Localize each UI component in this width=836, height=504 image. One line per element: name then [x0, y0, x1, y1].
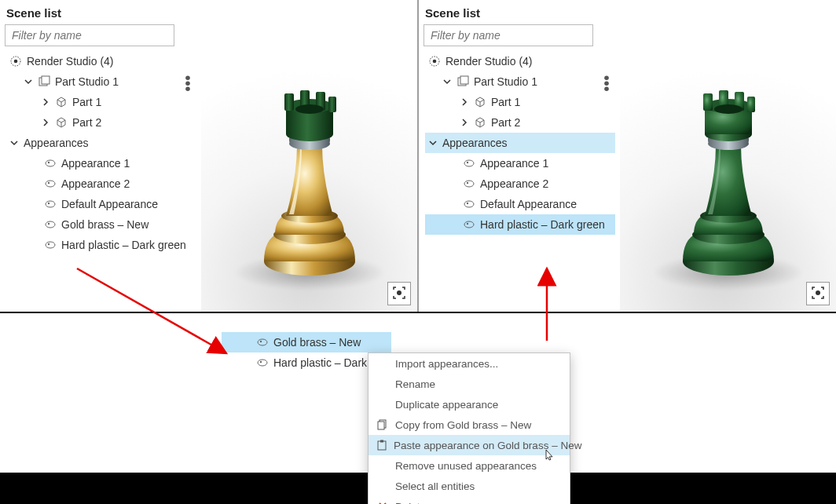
tree-part-studio[interactable]: Part Studio 1 — [425, 71, 615, 92]
tree-label: Part 2 — [491, 116, 612, 129]
svg-rect-45 — [460, 76, 468, 84]
part-icon — [55, 96, 68, 108]
tree-label: Appearance 2 — [61, 177, 193, 190]
appearance-icon — [44, 157, 57, 170]
tree-root-label: Render Studio (4) — [446, 55, 612, 68]
bottom-area: Gold brass – New Hard plastic – Dark Imp… — [0, 313, 836, 504]
tree-appearance[interactable]: Default Appearance — [425, 194, 615, 214]
chevron-right-icon[interactable] — [41, 118, 50, 127]
appearance-icon — [256, 356, 269, 369]
tree-root[interactable]: Render Studio (4) — [425, 51, 615, 71]
tree-label: Part 2 — [72, 116, 193, 129]
panel-after: Scene list Render Studio (4) — [419, 0, 836, 312]
menu-import-appearances[interactable]: Import appearances... — [368, 353, 570, 374]
viewport-right[interactable] — [620, 0, 836, 312]
svg-rect-67 — [747, 97, 755, 112]
svg-point-54 — [467, 203, 468, 204]
chevron-right-icon[interactable] — [41, 97, 50, 107]
tree-appearance[interactable]: Appearance 1 — [6, 153, 196, 173]
menu-rename[interactable]: Rename — [368, 374, 570, 394]
tree-part-studio[interactable]: Part Studio 1 — [6, 71, 196, 92]
frame-icon — [391, 285, 407, 303]
tree-part[interactable]: Part 2 — [425, 112, 615, 133]
tree-label: Appearance 1 — [61, 157, 193, 170]
tree-appearance-gold[interactable]: Gold brass – New — [6, 214, 196, 235]
tree-appearance[interactable]: Appearance 1 — [425, 153, 615, 173]
svg-rect-64 — [703, 93, 713, 111]
filter-input[interactable] — [5, 24, 174, 46]
tree-label: Appearance 2 — [480, 177, 612, 190]
appearance-icon — [463, 198, 475, 210]
viewport-left[interactable] — [201, 0, 417, 312]
svg-point-50 — [467, 162, 468, 163]
pin-icon[interactable] — [601, 75, 612, 89]
delete-icon — [376, 500, 389, 504]
list-view-button[interactable] — [598, 27, 615, 44]
menu-copy-from[interactable]: Copy from Gold brass – New — [368, 415, 570, 435]
svg-point-68 — [714, 104, 742, 114]
svg-point-20 — [48, 223, 50, 225]
tree-appearances-group[interactable]: Appearances — [6, 133, 196, 153]
menu-paste-appearance[interactable]: Paste appearance on Gold brass – New — [368, 435, 570, 455]
tree-part[interactable]: Part 2 — [6, 112, 196, 133]
svg-point-14 — [48, 162, 50, 163]
svg-point-16 — [48, 182, 50, 184]
tree-root[interactable]: Render Studio (4) — [6, 51, 196, 71]
tree-part[interactable]: Part 1 — [425, 92, 615, 112]
appearance-icon — [44, 218, 57, 231]
svg-point-46 — [604, 75, 609, 80]
chevron-down-icon[interactable] — [24, 77, 33, 86]
menu-remove-unused[interactable]: Remove unused appearances — [368, 455, 570, 476]
scene-list-left: Scene list Render Studio (4) — [0, 0, 201, 312]
tree-appearance-gold-selected[interactable]: Gold brass – New — [222, 332, 391, 352]
menu-delete[interactable]: Delete — [368, 496, 570, 504]
part-studio-icon — [456, 75, 469, 88]
tree-label: Appearances — [442, 137, 612, 149]
appearance-icon — [44, 177, 57, 190]
tree-part[interactable]: Part 1 — [6, 92, 196, 112]
svg-point-53 — [464, 201, 474, 207]
tree-appearance[interactable]: Appearance 2 — [425, 173, 615, 194]
tree-appearance-green[interactable]: Hard plastic – Dark green — [6, 235, 196, 255]
scene-tree: Render Studio (4) Part Studio 1 Part 1 — [5, 51, 196, 255]
render-studio-icon — [428, 55, 441, 68]
frame-selection-button[interactable] — [806, 282, 830, 305]
tree-appearance[interactable]: Default Appearance — [6, 194, 196, 214]
appearance-icon — [463, 157, 475, 170]
tree-appearance[interactable]: Hard plastic – Dark — [222, 352, 391, 373]
svg-point-12 — [185, 86, 190, 91]
chevron-down-icon[interactable] — [442, 77, 452, 86]
svg-point-10 — [185, 75, 190, 80]
tree-appearances-group[interactable]: Appearances — [425, 133, 615, 153]
part-icon — [55, 116, 68, 129]
svg-point-43 — [433, 60, 437, 64]
tree-appearance[interactable]: Appearance 2 — [6, 173, 196, 194]
tree-label: Appearances — [24, 137, 193, 149]
chevron-right-icon[interactable] — [460, 97, 469, 107]
tree-label: Part 1 — [72, 96, 193, 108]
frame-icon — [810, 285, 826, 303]
blank-icon — [376, 398, 389, 411]
tree-label: Appearance 1 — [480, 157, 612, 170]
chevron-right-icon[interactable] — [460, 118, 469, 127]
context-tree-excerpt: Gold brass – New Hard plastic – Dark — [222, 332, 391, 373]
tree-label: Default Appearance — [61, 198, 193, 210]
frame-selection-button[interactable] — [387, 282, 411, 305]
svg-rect-77 — [380, 440, 383, 443]
chevron-down-icon[interactable] — [428, 138, 438, 148]
svg-point-15 — [46, 181, 55, 187]
tree-appearance-green-selected[interactable]: Hard plastic – Dark green — [425, 214, 615, 235]
filter-input[interactable] — [424, 24, 593, 46]
render-studio-icon — [9, 55, 22, 68]
svg-point-47 — [604, 81, 609, 86]
pin-icon[interactable] — [182, 75, 193, 89]
appearance-icon — [44, 239, 57, 251]
chevron-down-icon[interactable] — [9, 138, 19, 148]
tree-label: Gold brass – New — [61, 218, 193, 231]
menu-select-all[interactable]: Select all entities — [368, 476, 570, 496]
svg-rect-9 — [42, 76, 50, 84]
menu-duplicate[interactable]: Duplicate appearance — [368, 394, 570, 415]
tree-label: Hard plastic – Dark green — [480, 218, 612, 231]
list-view-button[interactable] — [179, 27, 196, 44]
svg-rect-30 — [284, 93, 294, 111]
